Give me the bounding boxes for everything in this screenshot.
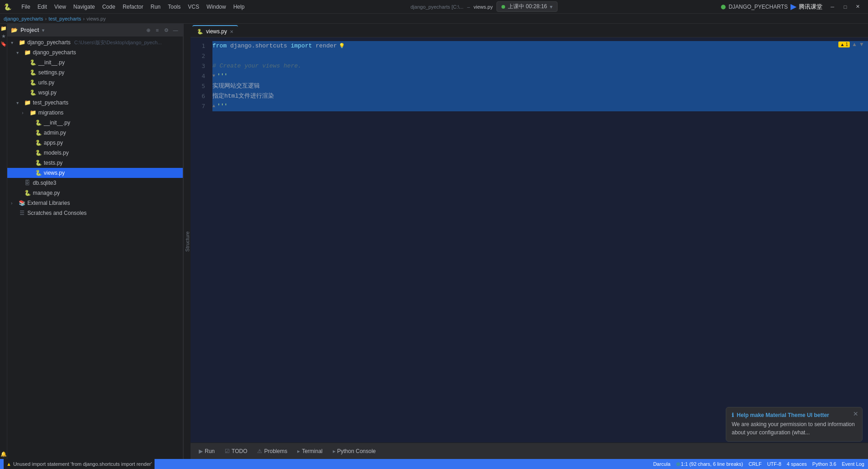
menu-file[interactable]: File [19, 3, 33, 11]
tree-apps-py[interactable]: 🐍 apps.py [7, 138, 183, 148]
panel-dropdown-icon[interactable]: ▾ [42, 28, 44, 33]
breadcrumb-root[interactable]: django_pyecharts [4, 16, 43, 21]
tree-test-pyecharts[interactable]: ▾ 📁 test_pyecharts [7, 98, 183, 108]
minimize-button[interactable]: ─ [826, 2, 839, 11]
title-bar-left: 🐍 File Edit View Navigate Code Refactor … [4, 3, 247, 11]
tree-init-py-1[interactable]: 🐍 __init__.py [7, 57, 183, 68]
tree-scratches[interactable]: ☰ Scratches and Consoles [7, 208, 183, 218]
breadcrumb-sep2: › [83, 16, 85, 21]
warning-badge[interactable]: ▲ 1 [838, 42, 850, 47]
status-warning-text: Unused import statement 'from django.sho… [13, 461, 152, 467]
tree-admin-py[interactable]: 🐍 admin.py [7, 128, 183, 138]
breadcrumb-level2[interactable]: test_pyecharts [49, 16, 82, 21]
tab-views-py[interactable]: 🐍 views.py ✕ [192, 25, 238, 37]
tree-models-py[interactable]: 🐍 models.py [7, 148, 183, 158]
status-indent[interactable]: 4 spaces [787, 461, 807, 467]
menu-refactor[interactable]: Refactor [120, 3, 146, 11]
py-icon-apps: 🐍 [35, 140, 42, 146]
breadcrumb-sep1: › [45, 16, 47, 21]
status-warning-area[interactable]: ▲ Unused import statement 'from django.s… [4, 459, 155, 469]
tree-urls-py[interactable]: 🐍 urls.py [7, 78, 183, 88]
bottom-bar: ▶ Run ☑ TODO ⚠ Problems ▸ Terminal ▸ Pyt… [191, 443, 868, 459]
app-icon-area: 🐍 [4, 3, 11, 10]
sidebar-icon-notification[interactable]: 🔔 [0, 451, 7, 457]
tab-close-button[interactable]: ✕ [230, 29, 233, 34]
folder-icon: 📂 [11, 27, 18, 33]
apps-py-label: apps.py [44, 140, 63, 146]
external-libs-label: External Libraries [27, 200, 70, 206]
code-area[interactable]: from django.shortcuts import render 💡 [209, 37, 868, 443]
tab-python-console[interactable]: ▸ Python Console [328, 446, 381, 456]
tab-todo[interactable]: ☑ TODO [220, 446, 252, 456]
status-python[interactable]: Python 3.6 [812, 461, 837, 467]
tab-terminal[interactable]: ▸ Terminal [293, 446, 327, 456]
models-py-label: models.py [44, 150, 69, 156]
panel-action-minimize[interactable]: — [172, 26, 179, 34]
panel-action-collapse[interactable]: ≡ [154, 26, 161, 34]
far-left-sidebar: 📁 ★ 🔖 🔔 [0, 24, 7, 459]
sidebar-icon-bookmark[interactable]: 🔖 [0, 41, 7, 47]
panel-title: 📂 Project ▾ [11, 27, 44, 33]
terminal-icon: ▸ [297, 448, 300, 454]
menu-help[interactable]: Help [231, 3, 248, 11]
menu-code[interactable]: Code [99, 3, 118, 11]
menu-vcs[interactable]: VCS [185, 3, 202, 11]
tree-manage-py[interactable]: 🐍 manage.py [7, 188, 183, 198]
sidebar-icon-project[interactable]: 📁 [0, 26, 7, 31]
menu-view[interactable]: View [52, 3, 69, 11]
chevron-django-folder: ▾ [16, 50, 22, 55]
notification-close-button[interactable]: ✕ [853, 410, 858, 417]
run-icon: ▶ [199, 448, 203, 454]
status-event-log[interactable]: Event Log [842, 461, 864, 467]
brand-name: DJANGO_PYECHARTS [728, 4, 788, 10]
status-encoding[interactable]: CRLF [749, 461, 762, 467]
fold-icon-4: ▼ [212, 71, 215, 81]
menu-window[interactable]: Window [204, 3, 229, 11]
tree-db-sqlite3[interactable]: 🗄 db.sqlite3 [7, 178, 183, 188]
menu-edit[interactable]: Edit [35, 3, 50, 11]
panel-action-locate[interactable]: ⊕ [145, 26, 152, 34]
chevron-test-folder: ▾ [16, 100, 22, 105]
editor-content[interactable]: 1 2 3 4 5 6 7 from django.shortcuts i [191, 37, 868, 443]
tab-run[interactable]: ▶ Run [194, 446, 219, 456]
tree-settings-py[interactable]: 🐍 settings.py [7, 68, 183, 78]
status-theme[interactable]: Darcula [653, 461, 671, 467]
tab-problems[interactable]: ⚠ Problems [253, 446, 292, 456]
tree-root-project[interactable]: ▾ 📁 django_pyecharts C:\Users\版安\Desktop… [7, 37, 183, 47]
tree-migrations[interactable]: › 📁 migrations [7, 108, 183, 118]
migrations-label: migrations [38, 109, 63, 116]
timer-badge[interactable]: 上课中 00:28:16 ▾ [496, 1, 558, 12]
tree-django-pyecharts[interactable]: ▾ 📁 django_pyecharts [7, 47, 183, 57]
sidebar-icon-fav[interactable]: ★ [1, 33, 6, 39]
tree-tests-py[interactable]: 🐍 tests.py [7, 158, 183, 168]
warning-icon: ▲ [840, 42, 845, 47]
scroll-up-icon[interactable]: ▲ [852, 41, 857, 47]
line-7-content: ▲ ''' [212, 101, 227, 111]
timer-text: 上课中 00:28:16 [508, 3, 547, 10]
py-icon-tests: 🐍 [35, 160, 42, 166]
editor-area: 🐍 views.py ✕ 1 2 3 4 5 6 7 from [191, 24, 868, 459]
title-sep: – [467, 4, 470, 10]
restore-button[interactable]: □ [839, 2, 852, 11]
migrations-folder-icon: 📁 [29, 109, 36, 116]
panel-action-settings[interactable]: ⚙ [163, 26, 170, 34]
notification-title: ℹ Help make Material Theme UI better [732, 412, 857, 418]
tree-external-libs[interactable]: › 📚 External Libraries [7, 198, 183, 208]
timer-dot [501, 5, 505, 9]
line-num-3: 3 [191, 61, 209, 71]
func-render: render [315, 41, 337, 51]
menu-tools[interactable]: Tools [165, 3, 183, 11]
menu-run[interactable]: Run [148, 3, 163, 11]
close-button[interactable]: ✕ [852, 2, 864, 11]
tree-views-py[interactable]: 🐍 views.py [7, 168, 183, 178]
db-sqlite3-label: db.sqlite3 [33, 180, 56, 186]
line-5-content: 实现网站交互逻辑 [212, 81, 260, 91]
status-charset[interactable]: UTF-8 [767, 461, 781, 467]
breadcrumb-file[interactable]: views.py [87, 16, 106, 21]
menu-navigate[interactable]: Navigate [71, 3, 98, 11]
scroll-down-icon[interactable]: ▼ [859, 41, 864, 47]
tree-wsgi-py[interactable]: 🐍 wsgi.py [7, 88, 183, 98]
tree-init-py-2[interactable]: 🐍 __init__.py [7, 118, 183, 128]
init-py-1-label: __init__.py [38, 59, 65, 66]
kw-from: from [212, 41, 227, 51]
